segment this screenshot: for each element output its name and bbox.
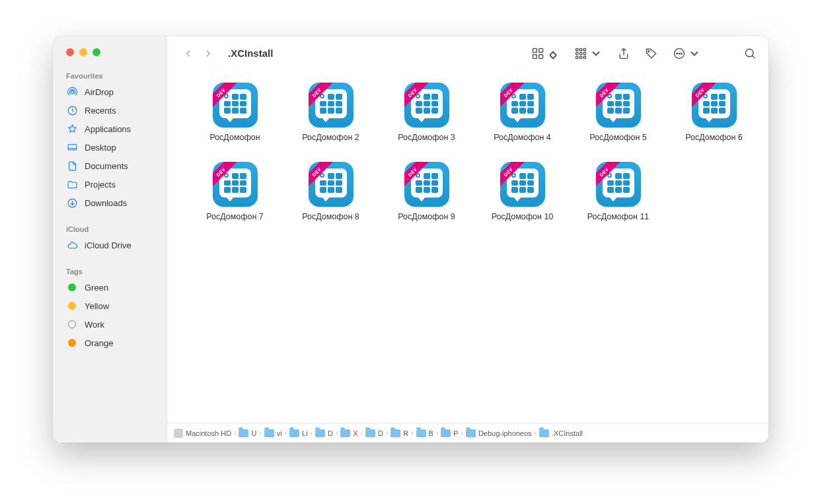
sidebar-item-label: Green <box>85 283 108 293</box>
svg-line-25 <box>752 55 755 58</box>
chevron-right-icon: › <box>361 429 363 437</box>
path-segment[interactable]: D <box>315 429 333 437</box>
sidebar-tag-work[interactable]: Work <box>53 315 167 334</box>
file-item[interactable]: DEV РосДомофон 6 <box>666 83 762 142</box>
path-segment[interactable]: Macintosh HD <box>174 429 231 438</box>
minimize-button[interactable] <box>79 48 87 56</box>
file-item[interactable]: DEV РосДомофон 5 <box>570 83 666 142</box>
app-icon: DEV <box>500 83 545 127</box>
sidebar-item-label: Desktop <box>85 143 116 153</box>
path-segment[interactable]: vi <box>264 429 282 437</box>
folder-icon <box>289 429 299 437</box>
path-segment[interactable]: P <box>441 429 458 437</box>
more-button[interactable] <box>673 47 701 60</box>
clock-icon <box>66 104 78 116</box>
file-item[interactable]: DEV РосДомофон 11 <box>570 162 666 221</box>
chevron-right-icon: › <box>259 429 261 437</box>
sidebar-item-icloud-drive[interactable]: iCloud Drive <box>53 236 167 254</box>
path-bar: Macintosh HD›U›vi›Li›D›X›D›R›B›P›Debug-i… <box>167 423 768 443</box>
sidebar-item-clock[interactable]: Recents <box>53 101 167 120</box>
file-item[interactable]: DEV РосДомофон 8 <box>283 162 379 221</box>
sidebar-item-document[interactable]: Documents <box>53 157 167 175</box>
chevron-right-icon: › <box>436 429 438 437</box>
path-segment[interactable]: Li <box>289 429 308 437</box>
file-item[interactable]: DEV РосДомофон 7 <box>187 162 283 221</box>
view-mode-button[interactable] <box>531 47 560 60</box>
svg-point-21 <box>677 53 678 54</box>
svg-rect-14 <box>579 52 581 54</box>
folder-icon <box>365 429 375 437</box>
path-segment[interactable]: U <box>239 429 256 437</box>
window-title: .XCInstall <box>228 48 273 59</box>
file-item[interactable]: DEV РосДомофон 4 <box>474 83 570 142</box>
svg-rect-9 <box>539 54 543 58</box>
path-label: D <box>378 429 383 437</box>
sidebar-item-folder[interactable]: Projects <box>53 175 167 194</box>
file-label: РосДомофон 3 <box>398 133 455 142</box>
file-grid-area[interactable]: DEV РосДомофон DEV РосДомофон 2 <box>167 71 768 423</box>
group-button[interactable] <box>574 47 603 60</box>
folder-icon <box>66 178 78 190</box>
sidebar-item-label: Work <box>85 320 104 330</box>
back-button[interactable] <box>179 44 198 63</box>
path-segment[interactable]: Debug-iphoneos <box>466 429 532 437</box>
path-segment[interactable]: .XCInstall <box>539 429 583 437</box>
file-label: РосДомофон 5 <box>589 133 647 142</box>
file-item[interactable]: DEV РосДомофон 9 <box>379 162 474 221</box>
sidebar-item-label: Projects <box>85 180 116 190</box>
sidebar-item-airdrop[interactable]: AirDrop <box>53 83 167 101</box>
path-segment[interactable]: B <box>416 429 433 437</box>
file-item[interactable]: DEV РосДомофон 2 <box>283 83 379 142</box>
path-label: X <box>353 429 357 437</box>
sidebar-tag-orange[interactable]: Orange <box>53 334 167 352</box>
path-label: vi <box>277 429 282 437</box>
sidebar-item-label: Documents <box>85 161 128 171</box>
folder-icon <box>315 429 325 437</box>
path-label: P <box>453 429 458 437</box>
app-icon: DEV <box>692 83 737 127</box>
forward-button[interactable] <box>199 44 217 63</box>
path-label: .XCInstall <box>552 429 583 437</box>
chevron-right-icon: › <box>311 429 313 437</box>
chevron-right-icon: › <box>336 429 338 437</box>
app-icon: DEV <box>596 162 641 207</box>
folder-icon <box>441 429 451 437</box>
path-label: U <box>251 429 256 437</box>
search-button[interactable] <box>743 47 757 60</box>
sidebar-item-apps[interactable]: Applications <box>53 120 167 138</box>
zoom-button[interactable] <box>93 48 100 56</box>
file-label: РосДомофон 6 <box>685 133 743 142</box>
app-icon: DEV <box>213 162 258 207</box>
file-item[interactable]: DEV РосДомофон <box>187 83 283 142</box>
sidebar-item-download[interactable]: Downloads <box>53 194 167 212</box>
file-item[interactable]: DEV РосДомофон 10 <box>474 162 570 221</box>
close-button[interactable] <box>66 48 74 56</box>
path-label: R <box>403 429 408 437</box>
folder-icon <box>416 429 426 437</box>
sidebar-item-label: iCloud Drive <box>85 240 131 250</box>
path-label: Debug-iphoneos <box>478 429 532 437</box>
file-label: РосДомофон <box>209 133 260 142</box>
tag-button[interactable] <box>645 47 658 60</box>
path-label: B <box>429 429 433 437</box>
path-label: Macintosh HD <box>186 429 231 437</box>
app-icon: DEV <box>309 162 354 207</box>
path-segment[interactable]: X <box>340 429 357 437</box>
apps-icon <box>66 123 78 135</box>
tag-dot-icon <box>68 283 76 291</box>
share-button[interactable] <box>617 47 630 60</box>
sidebar-item-label: Orange <box>85 338 113 348</box>
path-segment[interactable]: D <box>365 429 383 437</box>
favourites-header: Favourites <box>53 68 167 83</box>
file-item[interactable]: DEV РосДомофон 3 <box>379 83 474 142</box>
file-label: РосДомофон 8 <box>302 212 359 221</box>
cloud-icon <box>66 239 78 251</box>
sidebar-tag-yellow[interactable]: Yellow <box>53 297 167 315</box>
chevron-right-icon: › <box>535 429 537 437</box>
sidebar-tag-green[interactable]: Green <box>53 278 167 297</box>
path-segment[interactable]: R <box>391 429 408 437</box>
app-icon: DEV <box>404 162 449 207</box>
sidebar-item-label: Yellow <box>85 301 109 311</box>
sidebar-item-desktop[interactable]: Desktop <box>53 138 167 157</box>
file-label: РосДомофон 10 <box>492 212 554 221</box>
